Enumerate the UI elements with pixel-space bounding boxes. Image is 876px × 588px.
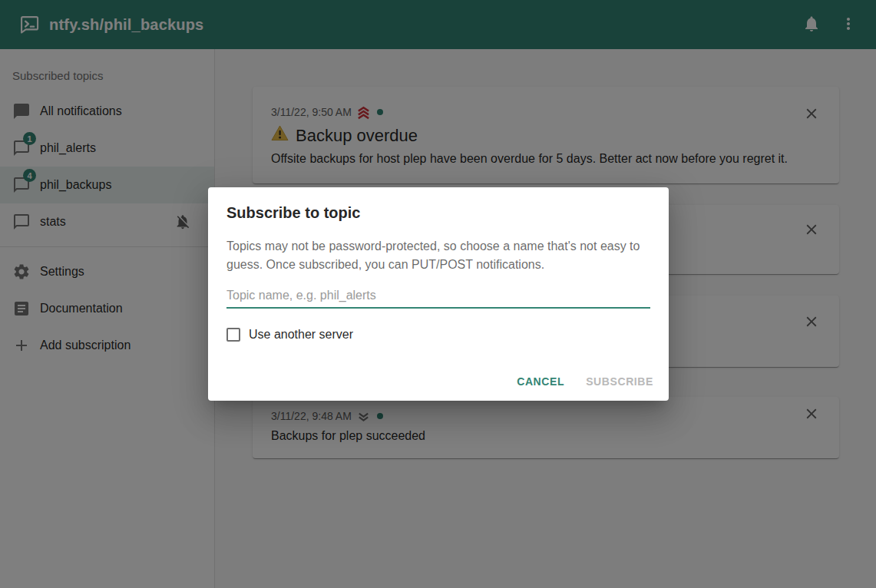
subscribe-dialog: Subscribe to topic Topics may not be pas…	[208, 187, 669, 401]
use-another-server-checkbox[interactable]	[226, 328, 240, 342]
dialog-actions: CANCEL SUBSCRIBE	[507, 368, 663, 395]
subscribe-button[interactable]: SUBSCRIBE	[577, 368, 663, 395]
dialog-title: Subscribe to topic	[226, 203, 650, 222]
topic-name-input[interactable]	[226, 287, 650, 309]
checkbox-label: Use another server	[249, 328, 353, 342]
cancel-button[interactable]: CANCEL	[507, 368, 574, 395]
use-another-server-option[interactable]: Use another server	[226, 328, 650, 342]
dialog-description: Topics may not be password-protected, so…	[226, 237, 650, 274]
